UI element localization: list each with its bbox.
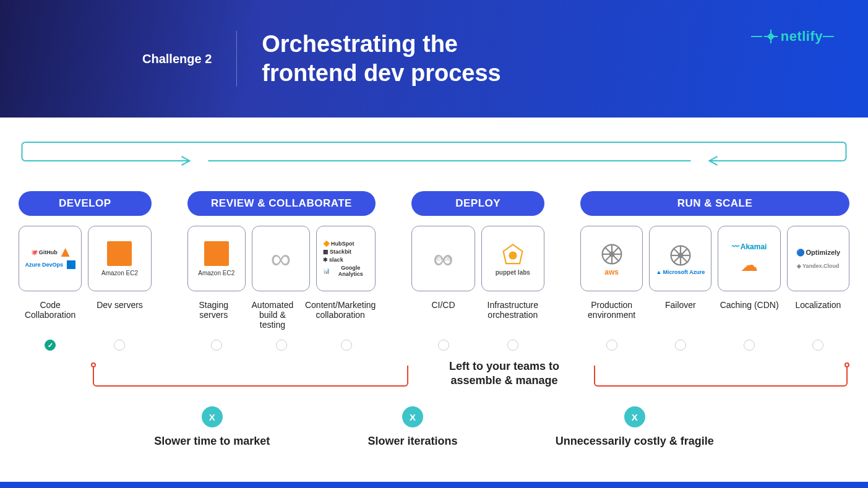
card-production: aws xyxy=(580,226,643,291)
slide-header: Challenge 2 Orchestrating the frontend d… xyxy=(0,0,868,118)
flow-arrows-icon xyxy=(19,139,849,189)
cd-label: CD xyxy=(444,257,451,262)
check-dot-local xyxy=(812,340,823,351)
issue-text: Slower time to market xyxy=(154,435,270,448)
stage-pills-row: DEVELOP REVIEW & COLLABORATE DEPLOY RUN … xyxy=(19,191,849,216)
group-review: Amazon EC2 ∞ 🔶 HubSpot ▦ Stackbit ✱ slac… xyxy=(187,226,376,291)
check-dot-prod xyxy=(606,340,617,351)
bracket-knob-icon xyxy=(91,362,96,367)
label-content-mkt: Content/Marketing collaboration xyxy=(305,300,376,330)
brand-text: netlify xyxy=(781,28,823,45)
check-dot-dev-servers xyxy=(114,340,125,351)
ec2-label: Amazon EC2 xyxy=(101,270,138,276)
aws-label: aws xyxy=(604,268,619,276)
stage-pill-develop: DEVELOP xyxy=(19,191,152,216)
label-cdn: Caching (CDN) xyxy=(718,300,780,330)
card-infra-orchestration: puppet labs xyxy=(481,226,544,291)
ci-label: CI xyxy=(437,257,442,262)
issues-row: X Slower time to market X Slower iterati… xyxy=(19,406,849,448)
azure-devops-icon: Azure DevOps xyxy=(25,262,63,268)
tool-cards-row: 🐙 GitHub Azure DevOps Amazon EC2 Amazon … xyxy=(19,226,849,291)
slack-icon: ✱ slack xyxy=(323,257,343,263)
label-local: Localization xyxy=(787,300,849,330)
card-code-collab: 🐙 GitHub Azure DevOps xyxy=(19,226,82,291)
bracket-knob-icon xyxy=(844,362,849,367)
issue-cost: X Unnecessarily costly & fragile xyxy=(556,406,714,448)
card-caching: 〰 Akamai ☁ xyxy=(718,226,780,291)
item-labels-row: Code Collaboration Dev servers Staging s… xyxy=(19,300,849,330)
logo-dash-icon xyxy=(823,36,834,37)
group-run: aws ▲ Microsoft Azure 〰 Akamai ☁ 🔵 Optim… xyxy=(580,226,849,291)
ec2-icon xyxy=(107,241,132,266)
slide-title: Orchestrating the frontend dev process xyxy=(262,30,501,88)
k8s-wheel-icon xyxy=(598,241,625,268)
stackbit-icon: ▦ Stackbit xyxy=(323,249,351,255)
center-note: Left to your teams to assemble & manage xyxy=(415,359,594,388)
stage-pill-run: RUN & SCALE xyxy=(580,191,849,216)
check-dot-code-collab: ✓ xyxy=(45,340,56,351)
card-failover: ▲ Microsoft Azure xyxy=(649,226,711,291)
label-infra: Infrastructure orchestration xyxy=(481,300,544,330)
label-failover: Failover xyxy=(649,300,711,330)
title-line-1: Orchestrating the xyxy=(262,30,501,59)
card-localization: 🔵 Optimizely ◈ Yandex.Cloud xyxy=(787,226,849,291)
infinity-icon: ∞ xyxy=(271,244,291,273)
google-analytics-icon: 📊 Google Analytics xyxy=(323,265,370,277)
check-dot-staging xyxy=(211,340,222,351)
x-badge-icon: X xyxy=(402,406,423,427)
azure-label: ▲ Microsoft Azure xyxy=(656,269,705,275)
cloudflare-icon: ☁ xyxy=(741,255,758,275)
ec2-label: Amazon EC2 xyxy=(198,270,234,276)
card-content-marketing: 🔶 HubSpot ▦ Stackbit ✱ slack 📊 Google An… xyxy=(316,226,376,291)
diagram-canvas: DEVELOP REVIEW & COLLABORATE DEPLOY RUN … xyxy=(0,139,868,448)
puppet-icon xyxy=(499,242,526,269)
k8s-wheel-icon xyxy=(667,242,694,269)
label-code-collab: Code Collaboration xyxy=(19,300,82,330)
netlify-mark-icon xyxy=(762,28,780,45)
label-cicd: CI/CD xyxy=(411,300,475,330)
check-dot-failover xyxy=(675,340,686,351)
bracket-left xyxy=(93,366,408,387)
issue-iterations: X Slower iterations xyxy=(367,406,457,448)
akamai-icon: 〰 Akamai xyxy=(732,242,767,251)
puppet-label: puppet labs xyxy=(496,269,530,276)
check-dot-automated xyxy=(276,340,287,351)
issue-text: Slower iterations xyxy=(367,435,457,448)
label-automated: Automated build & testing xyxy=(246,300,299,330)
github-icon: 🐙 GitHub xyxy=(31,249,58,255)
check-dot-cdn xyxy=(744,340,755,351)
stage-pill-deploy: DEPLOY xyxy=(411,191,544,216)
cicd-infinity-icon: ∞ CI CD xyxy=(433,244,453,273)
bitbucket-icon xyxy=(67,260,75,269)
center-note-line1: Left to your teams to xyxy=(415,359,594,374)
ec2-icon xyxy=(204,241,229,266)
check-dot-infra xyxy=(507,340,518,351)
netlify-logo: netlify xyxy=(751,28,834,45)
flow-loop xyxy=(19,139,849,189)
hubspot-icon: 🔶 HubSpot xyxy=(323,241,355,247)
yandex-cloud-icon: ◈ Yandex.Cloud xyxy=(797,263,840,269)
label-prod: Production environment xyxy=(580,300,643,330)
card-dev-servers: Amazon EC2 xyxy=(88,226,151,291)
group-deploy: ∞ CI CD puppet labs xyxy=(411,226,544,291)
label-dev-servers: Dev servers xyxy=(88,300,151,330)
check-dot-cicd xyxy=(438,340,449,351)
x-badge-icon: X xyxy=(624,406,645,427)
optimizely-icon: 🔵 Optimizely xyxy=(796,249,841,257)
x-badge-icon: X xyxy=(202,406,223,427)
issue-time-to-market: X Slower time to market xyxy=(154,406,270,448)
svg-point-6 xyxy=(509,251,517,259)
check-dot-content xyxy=(341,340,352,351)
gitlab-icon xyxy=(61,248,70,257)
bracket-row: Left to your teams to assemble & manage xyxy=(19,354,849,392)
issue-text: Unnecessarily costly & fragile xyxy=(556,435,714,448)
stage-pill-review: REVIEW & COLLABORATE xyxy=(187,191,376,216)
card-automated-build: ∞ xyxy=(252,226,310,291)
label-staging: Staging servers xyxy=(187,300,240,330)
footer-accent-bar xyxy=(0,482,868,488)
check-dots-row: ✓ xyxy=(19,340,849,351)
card-staging: Amazon EC2 xyxy=(187,226,246,291)
center-note-line2: assemble & manage xyxy=(415,374,594,388)
card-cicd: ∞ CI CD xyxy=(411,226,475,291)
svg-rect-4 xyxy=(768,33,774,40)
